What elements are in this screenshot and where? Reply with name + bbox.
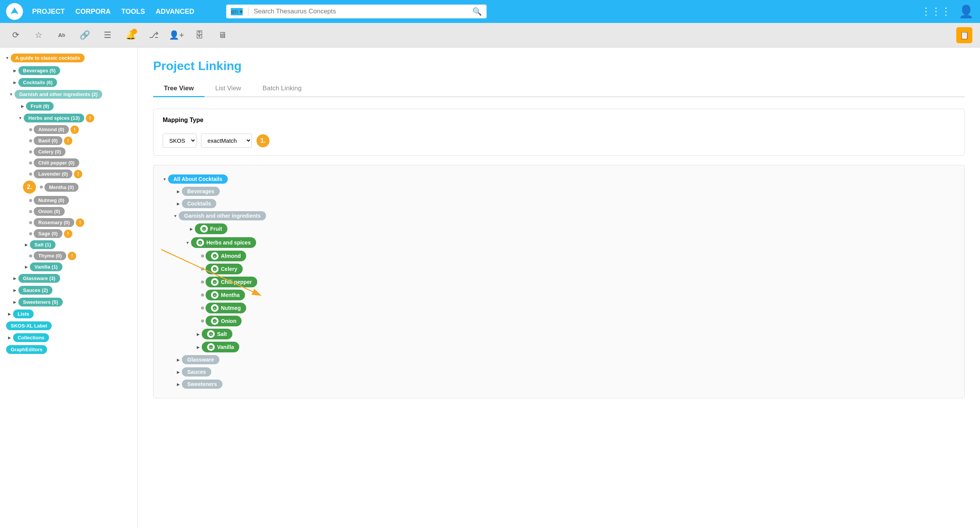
glassware-expand[interactable]: ▶ (11, 275, 18, 282)
tree-fruit-expand[interactable]: ▶ (188, 225, 195, 232)
tree-nutmeg-label[interactable]: + Nutmeg (206, 303, 246, 313)
sidebar-item-lavender[interactable]: Lavender (0) ! (0, 168, 137, 179)
tree-mentha-label[interactable]: + Mentha (206, 290, 245, 300)
server-icon[interactable]: 🖥 (214, 27, 230, 43)
tree-herbs-expand[interactable]: ▼ (184, 239, 191, 246)
list-icon[interactable]: ☰ (100, 27, 116, 43)
search-input[interactable] (254, 8, 470, 15)
tree-cocktails-label[interactable]: Cocktails (182, 199, 216, 208)
nav-advanced[interactable]: ADVANCED (156, 8, 194, 16)
chili-label[interactable]: Chili pepper (0) (34, 158, 79, 167)
sidebar-item-rosemary[interactable]: Rosemary (0) ! (0, 217, 137, 228)
sidebar-item-basil[interactable]: Basil (0) ! (0, 135, 137, 146)
sidebar-item-fruit[interactable]: ▶ Fruit (9) (0, 100, 137, 112)
vanilla-label[interactable]: Vanilla (1) (30, 262, 62, 271)
text-ab-icon[interactable]: Ab (54, 27, 70, 43)
sidebar-item-lists[interactable]: ▶ Lists (0, 308, 137, 320)
sidebar-item-grapheditors[interactable]: GraphEditors (0, 344, 137, 355)
beverages-expand[interactable]: ▶ (11, 67, 18, 74)
tree-sweeteners-label[interactable]: Sweeteners (182, 380, 222, 389)
thyme-label[interactable]: Thyme (0) (34, 251, 66, 260)
sauces-label[interactable]: Sauces (2) (18, 286, 52, 295)
tree-vanilla-expand[interactable]: ▶ (195, 344, 202, 350)
sidebar-item-salt[interactable]: ▶ Salt (1) (0, 239, 137, 250)
database-icon[interactable]: 🗄 (191, 27, 207, 43)
hierarchy-icon[interactable]: ⎇ (145, 27, 162, 43)
sauces-expand[interactable]: ▶ (11, 287, 18, 294)
sweeteners-expand[interactable]: ▶ (11, 299, 18, 306)
sidebar-item-garnish[interactable]: ▼ Garnish and other ingredients (2) (0, 88, 137, 100)
tree-glassware-label[interactable]: Glassware (182, 355, 219, 364)
glassware-label[interactable]: Glassware (3) (18, 274, 60, 283)
lists-label[interactable]: Lists (13, 310, 34, 318)
match-select[interactable]: exactMatch closeMatch broadMatch narrowM… (201, 134, 252, 148)
refresh-icon[interactable]: ⟳ (8, 27, 24, 43)
tree-sauces[interactable]: ▶ Sauces (161, 366, 957, 378)
tree-garnish[interactable]: ▼ Garnish and other ingredients (161, 210, 957, 222)
sidebar-item-vanilla[interactable]: ▶ Vanilla (1) (0, 261, 137, 272)
grapheditors-label[interactable]: GraphEditors (6, 345, 47, 354)
skos-label[interactable]: SKOS-XL Label (6, 321, 52, 330)
tree-cocktails-expand[interactable]: ▶ (175, 200, 182, 207)
tree-salt-label[interactable]: + Salt (202, 329, 232, 339)
sidebar-item-celery[interactable]: Celery (0) (0, 146, 137, 157)
beverages-label[interactable]: Beverages (5) (18, 66, 60, 75)
tree-fruit[interactable]: ▶ + Fruit (161, 222, 957, 236)
sidebar-item-chili[interactable]: Chili pepper (0) (0, 157, 137, 168)
tree-beverages-label[interactable]: Beverages (182, 187, 220, 196)
tree-almond-label[interactable]: + Almond (206, 251, 246, 261)
salt-expand[interactable]: ▶ (23, 241, 30, 248)
user-icon[interactable]: 👤 (959, 4, 974, 19)
tree-cocktails[interactable]: ▶ Cocktails (161, 197, 957, 210)
star-icon[interactable]: ☆ (31, 27, 47, 43)
tab-batch-linking[interactable]: Batch Linking (252, 81, 312, 96)
tree-beverages-expand[interactable]: ▶ (175, 188, 182, 195)
nav-tools[interactable]: TOOLS (121, 8, 145, 16)
lang-select[interactable]: en ▾ (231, 8, 242, 15)
tab-tree-view[interactable]: Tree View (153, 81, 204, 97)
garnish-expand[interactable]: ▼ (8, 91, 15, 98)
tree-salt[interactable]: ▶ + Salt (161, 328, 957, 341)
almond-label[interactable]: Almond (0) (34, 125, 69, 134)
sidebar-item-onion[interactable]: Onion (0) (0, 206, 137, 217)
tree-salt-expand[interactable]: ▶ (195, 331, 202, 337)
fruit-label[interactable]: Fruit (9) (26, 102, 54, 111)
tree-vanilla[interactable]: ▶ + Vanilla (161, 341, 957, 354)
rosemary-label[interactable]: Rosemary (0) (34, 218, 74, 227)
skos-select[interactable]: SKOS OWL DC (163, 134, 196, 148)
sweeteners-label[interactable]: Sweeteners (5) (18, 298, 63, 306)
sage-label[interactable]: Sage (0) (34, 229, 62, 238)
salt-label[interactable]: Salt (1) (30, 240, 56, 249)
user-plus-icon[interactable]: 👤+ (168, 27, 185, 43)
sidebar-item-sauces[interactable]: ▶ Sauces (2) (0, 284, 137, 296)
sidebar-item-mentha[interactable]: 2. Mentha (0) (0, 179, 137, 195)
tree-nutmeg[interactable]: + Nutmeg (161, 301, 957, 315)
vanilla-expand[interactable]: ▶ (23, 264, 30, 271)
lavender-label[interactable]: Lavender (0) (34, 169, 72, 178)
sidebar-item-beverages[interactable]: ▶ Beverages (5) (0, 65, 137, 77)
sidebar-item-skos[interactable]: SKOS-XL Label (0, 320, 137, 332)
tree-chili[interactable]: + Chili pepper (161, 275, 957, 288)
tree-mentha[interactable]: + Mentha (161, 288, 957, 301)
sidebar-item-thyme[interactable]: Thyme (0) ! (0, 250, 137, 261)
tree-sauces-expand[interactable]: ▶ (175, 368, 182, 375)
sidebar-item-glassware[interactable]: ▶ Glassware (3) (0, 272, 137, 284)
tree-sauces-label[interactable]: Sauces (182, 367, 211, 376)
sidebar-item-collections[interactable]: ▶ Collections (0, 332, 137, 344)
lists-expand[interactable]: ▶ (6, 311, 13, 318)
tree-glassware[interactable]: ▶ Glassware (161, 354, 957, 366)
onion-label[interactable]: Onion (0) (34, 207, 65, 216)
tree-sweeteners-expand[interactable]: ▶ (175, 381, 182, 388)
garnish-label[interactable]: Garnish and other ingredients (2) (15, 90, 102, 99)
tree-celery-label[interactable]: + Celery (206, 264, 243, 274)
tree-root-label[interactable]: All About Cocktails (168, 174, 228, 184)
tree-celery[interactable]: + Celery (161, 262, 957, 275)
cocktails-expand[interactable]: ▶ (11, 79, 18, 86)
sidebar-root-label[interactable]: A guide to classic cocktails (11, 54, 85, 62)
tree-glassware-expand[interactable]: ▶ (175, 356, 182, 363)
root-expand[interactable]: ▼ (4, 55, 11, 62)
bell-icon[interactable]: 🔔 (122, 27, 139, 43)
logo[interactable] (6, 3, 23, 20)
tree-fruit-label[interactable]: + Fruit (195, 223, 227, 234)
tree-garnish-label[interactable]: Garnish and other ingredients (179, 211, 266, 220)
